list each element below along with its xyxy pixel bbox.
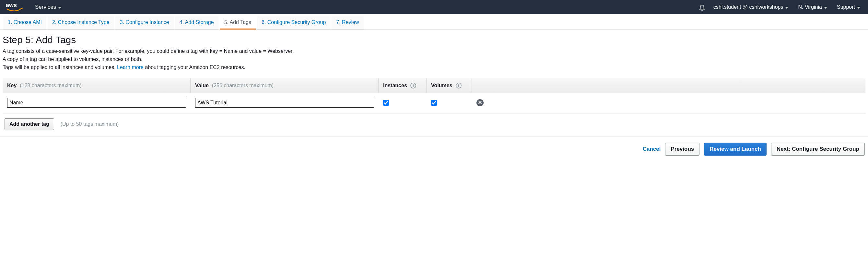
- wizard-tabs-wrap: 1. Choose AMI 2. Choose Instance Type 3.…: [0, 14, 868, 30]
- wizard-tabs: 1. Choose AMI 2. Choose Instance Type 3.…: [0, 14, 868, 30]
- tag-key-input[interactable]: [7, 98, 186, 108]
- account-label: cshl.student @ cshlworkshops: [713, 4, 783, 10]
- tag-row: [3, 93, 865, 114]
- wizard-step-choose-ami[interactable]: 1. Choose AMI: [3, 16, 46, 30]
- cell-volumes: [427, 100, 472, 106]
- col-header-value: Value (256 characters maximum): [191, 78, 379, 93]
- key-header-label: Key: [7, 83, 17, 89]
- wizard-step-label: 3. Configure Instance: [120, 20, 169, 25]
- main-content: Step 5: Add Tags A tag consists of a cas…: [0, 30, 868, 137]
- caret-down-icon: [824, 4, 827, 10]
- cancel-button[interactable]: Cancel: [643, 146, 661, 152]
- region-label: N. Virginia: [798, 4, 822, 10]
- wizard-step-review[interactable]: 7. Review: [332, 16, 363, 30]
- add-another-tag-button[interactable]: Add another tag: [4, 118, 54, 130]
- caret-down-icon: [857, 4, 860, 10]
- info-icon[interactable]: [410, 83, 416, 89]
- tag-volumes-checkbox[interactable]: [431, 100, 437, 106]
- caret-down-icon: [58, 4, 61, 10]
- col-header-delete: [472, 78, 488, 93]
- close-icon: [478, 100, 482, 106]
- learn-more-link[interactable]: Learn more: [117, 64, 144, 70]
- description-text: Tags will be applied to all instances an…: [3, 64, 117, 70]
- cell-value: [191, 98, 379, 108]
- description-line-3: Tags will be applied to all instances an…: [3, 63, 865, 72]
- col-header-instances: Instances: [379, 78, 427, 93]
- services-menu[interactable]: Services: [32, 4, 64, 10]
- key-header-hint: (128 characters maximum): [20, 83, 81, 89]
- tag-value-input[interactable]: [195, 98, 374, 108]
- wizard-step-configure-instance[interactable]: 3. Configure Instance: [115, 16, 174, 30]
- page-title: Step 5: Add Tags: [3, 34, 865, 46]
- cell-delete: [472, 99, 488, 106]
- tags-table-header: Key (128 characters maximum) Value (256 …: [3, 78, 865, 93]
- col-header-volumes: Volumes: [427, 78, 472, 93]
- wizard-step-label: 4. Add Storage: [180, 20, 214, 25]
- aws-logo[interactable]: aws: [6, 0, 32, 14]
- info-icon[interactable]: [456, 83, 462, 89]
- cell-key: [3, 98, 191, 108]
- instances-header-label: Instances: [383, 83, 407, 89]
- notifications-icon[interactable]: [699, 4, 706, 11]
- description-line-2: A copy of a tag can be applied to volume…: [3, 55, 865, 63]
- volumes-header-label: Volumes: [431, 83, 453, 89]
- previous-button[interactable]: Previous: [665, 143, 700, 156]
- wizard-step-label: 5. Add Tags: [224, 20, 251, 25]
- region-menu[interactable]: N. Virginia: [796, 4, 829, 10]
- support-label: Support: [837, 4, 855, 10]
- tags-table: Key (128 characters maximum) Value (256 …: [3, 78, 865, 137]
- wizard-step-add-tags[interactable]: 5. Add Tags: [220, 16, 256, 30]
- topnav-right: cshl.student @ cshlworkshops N. Virginia…: [699, 4, 862, 11]
- top-nav: aws Services cshl.student @ cshlworkshop…: [0, 0, 868, 14]
- cell-instances: [379, 100, 427, 106]
- description-text: about tagging your Amazon EC2 resources.: [145, 64, 245, 70]
- delete-tag-button[interactable]: [476, 99, 484, 106]
- wizard-step-label: 1. Choose AMI: [8, 20, 42, 25]
- svg-rect-6: [458, 84, 459, 85]
- wizard-step-configure-security-group[interactable]: 6. Configure Security Group: [257, 16, 330, 30]
- wizard-footer: Cancel Previous Review and Launch Next: …: [0, 137, 868, 161]
- add-tag-row: Add another tag (Up to 50 tags maximum): [3, 114, 865, 137]
- add-tag-hint: (Up to 50 tags maximum): [61, 121, 119, 127]
- caret-down-icon: [785, 4, 788, 10]
- review-and-launch-button[interactable]: Review and Launch: [704, 143, 767, 156]
- svg-rect-2: [413, 85, 413, 87]
- svg-rect-3: [413, 84, 413, 85]
- next-configure-security-group-button[interactable]: Next: Configure Security Group: [771, 143, 865, 156]
- value-header-hint: (256 characters maximum): [212, 83, 274, 89]
- wizard-step-add-storage[interactable]: 4. Add Storage: [175, 16, 218, 30]
- wizard-step-label: 2. Choose Instance Type: [52, 20, 110, 25]
- wizard-step-label: 7. Review: [336, 20, 359, 25]
- services-label: Services: [35, 4, 56, 10]
- wizard-step-choose-instance-type[interactable]: 2. Choose Instance Type: [48, 16, 114, 30]
- wizard-step-label: 6. Configure Security Group: [261, 20, 326, 25]
- svg-text:aws: aws: [6, 2, 17, 8]
- account-menu[interactable]: cshl.student @ cshlworkshops: [711, 4, 790, 10]
- col-header-key: Key (128 characters maximum): [3, 78, 191, 93]
- description-line-1: A tag consists of a case-sensitive key-v…: [3, 47, 865, 55]
- value-header-label: Value: [195, 83, 209, 89]
- tag-instances-checkbox[interactable]: [383, 100, 389, 106]
- svg-rect-5: [458, 85, 459, 87]
- support-menu[interactable]: Support: [835, 4, 862, 10]
